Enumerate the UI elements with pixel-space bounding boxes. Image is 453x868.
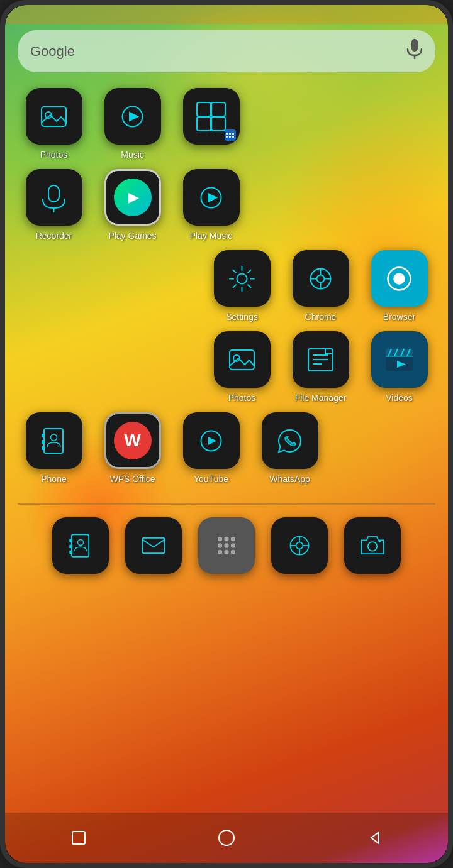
svg-point-50 [218,537,222,541]
dock-divider [18,503,435,505]
svg-rect-10 [48,185,59,202]
svg-rect-0 [411,39,418,52]
app-wps-office[interactable]: W WPS Office [96,412,169,484]
svg-point-68 [219,830,234,845]
dock-chrome[interactable] [266,517,333,574]
recorder-icon-bg [26,169,82,226]
svg-marker-13 [208,194,216,202]
svg-point-54 [224,543,228,547]
photos-label: Photos [40,150,68,160]
app-play-games[interactable]: Play Games [96,169,169,241]
phone-icon-bg [26,412,82,469]
chrome-icon-bg [293,250,349,307]
search-bar[interactable]: Google [18,30,435,72]
content-area: Google [5,24,448,580]
app-music[interactable]: Music [96,88,169,160]
search-text: Google [30,43,75,60]
app-row-4: Photos File Manager [18,331,435,403]
dock-launcher[interactable] [193,517,260,574]
app-youtube[interactable]: YouTube [175,412,247,484]
status-bar [5,5,448,24]
svg-rect-49 [142,538,164,554]
dock-contacts-icon [52,517,109,574]
app-phone[interactable]: Phone [18,412,90,484]
dock-email-icon [125,517,182,574]
app-settings[interactable]: Settings [206,250,278,322]
app-file-manager[interactable]: File Manager [284,331,357,403]
whatsapp-label: WhatsApp [269,474,310,484]
svg-rect-7 [211,102,225,116]
dock-camera-icon [344,517,401,574]
videos-icon-bg [371,331,428,388]
svg-marker-5 [130,113,138,121]
app-whatsapp[interactable]: WhatsApp [254,412,326,484]
wps-icon-bg: W [104,412,161,469]
play-games-label: Play Games [108,231,156,241]
svg-point-16 [317,275,325,282]
dock-camera[interactable] [338,517,406,574]
svg-point-22 [394,273,405,283]
svg-rect-38 [42,434,45,437]
app-recorder[interactable]: Recorder [18,169,90,241]
whatsapp-icon-bg [262,412,318,469]
app-videos[interactable]: Videos [363,331,435,403]
photos2-icon-bg [214,331,271,388]
maps-icon-bg [183,88,240,145]
svg-point-48 [77,539,83,545]
play-music-label: Play Music [190,231,233,241]
app-chrome[interactable]: Chrome [284,250,357,322]
youtube-icon-bg [183,412,240,469]
dock-row [18,517,435,574]
phone-screen: Google [5,5,448,863]
svg-point-52 [231,537,235,541]
music-icon-bg [104,88,161,145]
app-row-5: Phone W WPS Office YouTube [18,412,435,484]
app-maps[interactable] [175,88,247,160]
svg-rect-9 [211,117,225,131]
app-photos[interactable]: Photos [18,88,90,160]
dock-email[interactable] [120,517,187,574]
svg-rect-40 [42,446,45,450]
app-photos2[interactable]: Photos [206,331,278,403]
svg-marker-69 [371,832,379,843]
svg-rect-39 [42,440,45,444]
play-games-icon-bg [104,169,161,226]
chrome-label: Chrome [305,312,337,322]
svg-rect-45 [69,539,72,542]
app-row-2: Recorder Play Games Play Musi [18,169,435,241]
svg-point-51 [224,537,228,541]
wps-label: WPS Office [109,474,155,484]
svg-point-66 [379,540,381,542]
svg-point-57 [224,550,228,554]
wps-circle: W [114,422,152,459]
phone-frame: Google [0,0,453,868]
nav-bar [5,813,448,863]
nav-recents[interactable] [63,822,94,854]
nav-back[interactable] [359,822,390,854]
app-play-music[interactable]: Play Music [175,169,247,241]
app-row-1: Photos Music [18,88,435,160]
app-browser[interactable]: Browser [363,250,435,322]
dock-contacts[interactable] [47,517,115,574]
photos-icon-bg [26,88,82,145]
dock-chrome-icon [271,517,328,574]
mic-icon[interactable] [406,39,423,63]
settings-label: Settings [226,312,258,322]
svg-point-65 [368,542,378,551]
dock-launcher-icon [198,517,255,574]
nav-home[interactable] [211,822,242,854]
svg-point-58 [231,550,235,554]
svg-point-55 [231,543,235,547]
recorder-label: Recorder [36,231,72,241]
svg-rect-67 [72,832,85,844]
file-manager-label: File Manager [295,393,347,403]
svg-point-14 [237,273,247,283]
play-music-icon-bg [183,169,240,226]
svg-point-41 [51,434,57,441]
play-games-circle [114,179,152,216]
svg-point-56 [218,550,222,554]
youtube-label: YouTube [194,474,228,484]
svg-rect-6 [197,102,211,116]
svg-rect-47 [69,551,72,554]
phone-label: Phone [41,474,66,484]
